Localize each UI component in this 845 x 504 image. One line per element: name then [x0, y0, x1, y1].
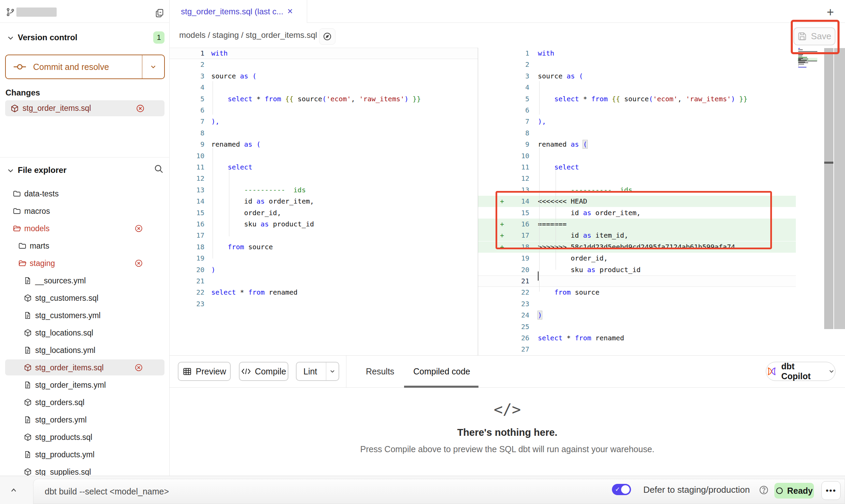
code-line-19[interactable]: 19 [170, 253, 478, 264]
defer-toggle[interactable]: ✓ [612, 484, 631, 495]
version-control-chevron-icon[interactable] [7, 34, 14, 42]
code-line-8[interactable]: 8 [170, 128, 478, 139]
tab-close-icon[interactable]: × [287, 7, 293, 16]
code-line-13[interactable]: 13 ---------- ids [478, 184, 796, 196]
code-line-12[interactable]: 12 [170, 173, 478, 184]
code-line-12[interactable]: 12 [478, 173, 796, 184]
code-line-2[interactable]: 2 [478, 59, 796, 70]
code-line-25[interactable]: 25 [478, 321, 796, 332]
file-tree-item-stg-orders-yml[interactable]: stg_orders.yml [0, 411, 170, 428]
code-line-21[interactable]: 21 [478, 276, 796, 287]
file-tree-item-stg-customers-sql[interactable]: stg_customers.sql [0, 289, 170, 307]
code-line-7[interactable]: 7), [170, 116, 478, 127]
code-line-2[interactable]: 2 [170, 59, 478, 70]
copy-icon[interactable] [155, 8, 164, 18]
file-tree-item-stg-orders-sql[interactable]: stg_orders.sql [0, 394, 170, 411]
file-explorer-chevron-icon[interactable] [7, 167, 14, 174]
code-line-21[interactable]: 21 [170, 276, 478, 287]
code-line-7[interactable]: 7), [478, 116, 796, 127]
code-line-9[interactable]: 9renamed as ( [478, 139, 796, 150]
code-line-4[interactable]: 4 [170, 82, 478, 93]
code-line-23[interactable]: 23 [478, 298, 796, 310]
discard-change-icon[interactable] [136, 104, 145, 113]
discard-change-icon[interactable] [134, 224, 143, 233]
file-tree-item-staging[interactable]: staging [0, 254, 170, 272]
lineage-button[interactable] [319, 28, 335, 45]
editor-pane-left[interactable]: 1with23source as (45 select * from {{ so… [170, 48, 478, 355]
compile-button[interactable]: Compile [239, 362, 288, 381]
code-line-6[interactable]: 6 [170, 105, 478, 116]
code-line-16[interactable]: 16 sku as product_id [170, 219, 478, 230]
code-line-9[interactable]: 9renamed as ( [170, 139, 478, 150]
code-line-14[interactable]: +14<<<<<<< HEAD [478, 196, 796, 207]
code-line-6[interactable]: 6 [478, 105, 796, 116]
code-line-27[interactable]: 27 [478, 344, 796, 355]
code-line-8[interactable]: 8 [478, 128, 796, 139]
code-line-17[interactable]: +17 id as item_id, [478, 230, 796, 241]
code-line-16[interactable]: +16======= [478, 219, 796, 230]
editor-scrollbar[interactable] [824, 48, 833, 329]
code-line-19[interactable]: 19 order_id, [478, 253, 796, 264]
code-line-22[interactable]: 22 from source [478, 287, 796, 298]
commit-and-resolve-button[interactable]: Commit and resolve [5, 55, 165, 79]
ready-status-badge[interactable]: Ready [774, 483, 814, 499]
file-tree-item-stg-order-items-sql[interactable]: stg_order_items.sql [0, 359, 170, 376]
editor-pane-right[interactable]: 1with23source as (45 select * from {{ so… [478, 48, 796, 355]
code-line-24[interactable]: 24) [478, 310, 796, 321]
file-tree-item-marts[interactable]: marts [0, 237, 170, 254]
code-line-20[interactable]: 20) [170, 264, 478, 276]
tab-results[interactable]: Results [366, 367, 394, 376]
new-tab-button[interactable]: + [823, 5, 837, 19]
code-line-22[interactable]: 22select * from renamed [170, 287, 478, 298]
code-line-23[interactable]: 23 [170, 298, 478, 310]
window-scrollbar[interactable] [834, 48, 845, 329]
file-tree-item-models[interactable]: models [0, 220, 170, 237]
more-options-button[interactable]: ••• [821, 481, 841, 500]
help-icon[interactable] [759, 485, 769, 495]
file-tree-item-data-tests[interactable]: data-tests [0, 185, 170, 202]
code-line-11[interactable]: 11 select [478, 162, 796, 173]
code-line-5[interactable]: 5 select * from {{ source('ecom', 'raw_i… [478, 93, 796, 105]
code-line-18[interactable]: 18 from source [170, 241, 478, 253]
lint-button[interactable]: Lint [296, 362, 339, 381]
code-line-3[interactable]: 3source as ( [170, 71, 478, 82]
dbt-copilot-button[interactable]: dbt Copilot [766, 362, 835, 381]
file-tree-item-stg-order-items-yml[interactable]: stg_order_items.yml [0, 376, 170, 394]
code-line-26[interactable]: 26select * from renamed [478, 332, 796, 344]
command-input-panel[interactable]: dbt build --select <model_name> ✓ Defer … [33, 479, 845, 504]
file-tree-item-stg-locations-yml[interactable]: stg_locations.yml [0, 341, 170, 359]
commit-dropdown-button[interactable] [142, 55, 164, 78]
file-tree-item-stg-customers-yml[interactable]: stg_customers.yml [0, 307, 170, 324]
code-line-3[interactable]: 3source as ( [478, 71, 796, 82]
code-line-18[interactable]: +18>>>>>>> 58c1dd23d5eebd9cd2495fa7124ab… [478, 241, 796, 253]
lint-dropdown-button[interactable] [326, 362, 339, 380]
discard-change-icon[interactable] [134, 363, 143, 372]
editor-scrollbar-thumb[interactable] [824, 162, 833, 164]
changed-file-row[interactable]: stg_order_items.sql [5, 100, 164, 116]
file-tree-item-stg-products-sql[interactable]: stg_products.sql [0, 428, 170, 446]
code-line-20[interactable]: 20 sku as product_id [478, 264, 796, 276]
code-line-5[interactable]: 5 select * from {{ source('ecom', 'raw_i… [170, 93, 478, 105]
code-line-4[interactable]: 4 [478, 82, 796, 93]
preview-button[interactable]: Preview [178, 362, 231, 381]
tab-stg-order-items[interactable]: stg_order_items.sql (last c... × [170, 0, 307, 23]
code-line-1[interactable]: 1with [478, 48, 796, 59]
discard-change-icon[interactable] [134, 259, 143, 267]
code-line-15[interactable]: 15 id as order_item, [478, 207, 796, 219]
expand-panel-chevron-icon[interactable] [8, 484, 20, 496]
tab-compiled-code[interactable]: Compiled code [413, 367, 470, 376]
code-line-10[interactable]: 10 [478, 150, 796, 162]
file-tree-item-stg-locations-sql[interactable]: stg_locations.sql [0, 324, 170, 341]
code-line-17[interactable]: 17 [170, 230, 478, 241]
code-line-11[interactable]: 11 select [170, 162, 478, 173]
search-icon[interactable] [154, 164, 164, 174]
save-button[interactable]: Save [793, 27, 835, 45]
file-tree-item--sources-yml[interactable]: __sources.yml [0, 272, 170, 289]
code-line-1[interactable]: 1with [170, 48, 478, 59]
minimap[interactable] [798, 48, 819, 69]
code-line-15[interactable]: 15 order_id, [170, 207, 478, 219]
code-line-14[interactable]: 14 id as order_item, [170, 196, 478, 207]
file-tree-item-macros[interactable]: macros [0, 202, 170, 220]
code-line-10[interactable]: 10 [170, 150, 478, 162]
code-line-13[interactable]: 13 ---------- ids [170, 184, 478, 196]
